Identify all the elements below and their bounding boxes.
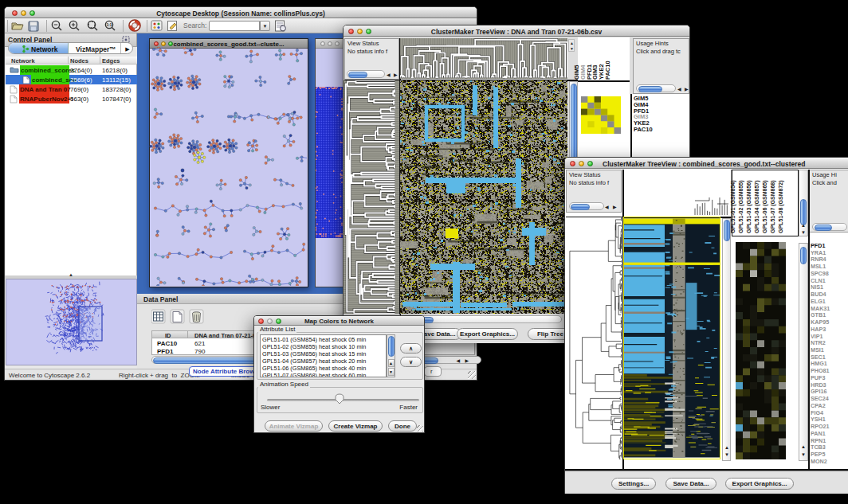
svg-text:1:1: 1:1: [107, 23, 112, 27]
svg-text:Search:: Search:: [183, 21, 206, 29]
